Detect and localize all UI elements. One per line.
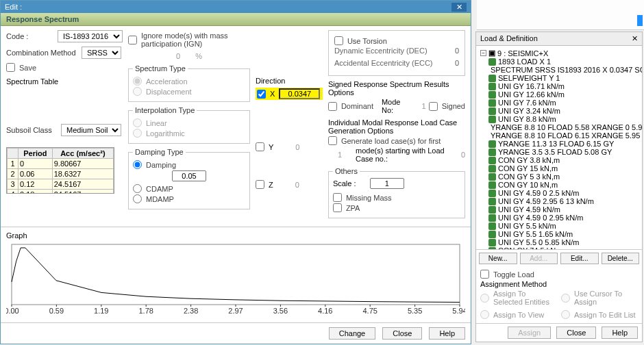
response-spectrum-dialog: Edit : ✕ Response Spectrum Code : IS-189… [0,0,471,344]
blue-tab-icon[interactable] [637,15,643,26]
assign-selected-radio[interactable] [480,294,489,303]
tree-item[interactable]: UNI GY 5.5 kN/m [488,222,641,230]
new-button[interactable]: New... [479,253,517,264]
tree-item[interactable]: 1893 LOAD X 1 [488,58,641,66]
tree-item[interactable]: UNI GY 4.59 0 2.95 kN/m [488,214,641,222]
load-item-icon [488,99,496,107]
tree-item[interactable]: UNI GY 5.5 1.65 kN/m [488,230,641,238]
panel-title: Load & Definition [480,34,538,43]
panel-close-button[interactable]: Close [556,327,596,339]
change-button[interactable]: Change [329,327,376,340]
load-item-icon [488,181,496,189]
tree-item[interactable]: SELFWEIGHT Y 1 [488,74,641,82]
combination-label: Combination Method [6,49,79,57]
tree-item[interactable]: UNI GY 3.24 kN/m [488,107,641,115]
dir-y-check[interactable] [256,142,264,151]
damping-radio[interactable] [133,160,142,169]
cdamp-radio[interactable] [133,184,142,193]
graph-label: Graph [6,231,465,240]
load-item-icon [488,75,496,82]
load-item-icon [488,231,496,238]
load-item-icon [488,198,496,205]
tree-item[interactable]: UNI GY 7.6 kN/m [488,99,641,107]
assign-editlist-radio[interactable] [561,310,570,319]
mdamp-radio[interactable] [133,194,142,203]
add-button[interactable]: Add... [520,253,558,264]
combination-select[interactable]: SRSS [82,47,121,59]
edit-button[interactable]: Edit... [560,253,599,264]
save-label: Save [19,64,36,72]
col-acc: Acc (m/sec²) [52,149,113,159]
linear-radio[interactable] [133,118,142,127]
tree-item[interactable]: UNI GY 8.8 kN/m [488,115,641,123]
assign-view-radio[interactable] [480,310,489,319]
svg-text:5.94: 5.94 [452,307,465,315]
log-radio[interactable] [133,129,142,138]
ignore-label: Ignore mode(s) with mass participation (… [141,31,250,48]
code-select[interactable]: IS-1893 2016 [58,30,123,42]
tree-item[interactable]: UNI GY 5.5 0 5.85 kN/m [488,238,641,246]
load-item-icon [488,83,496,90]
tree-item[interactable]: CON GY 15 kN,m [488,164,641,172]
load-item-icon [488,116,496,123]
tree-item[interactable]: CON GY 3.8 kN,m [488,156,641,164]
disp-radio[interactable] [133,87,142,96]
scale-input[interactable] [370,178,404,189]
load-item-icon [488,58,496,66]
accel-radio[interactable] [133,77,142,86]
toggle-load-check[interactable] [480,270,489,279]
dominant-check[interactable] [328,102,337,111]
use-torsion-check[interactable] [334,36,343,45]
svg-text:0.00: 0.00 [6,307,19,315]
gen-loadcase-check[interactable] [328,136,337,145]
signed-check[interactable] [429,102,438,111]
close-button[interactable]: Close [382,327,422,340]
help-button[interactable]: Help [429,327,465,340]
panel-close-icon[interactable]: ✕ [632,34,638,43]
tree-item[interactable]: YRANGE 11.3 13 FLOAD 6.15 GY [488,140,641,148]
tree-collapse-icon[interactable]: − [480,50,486,56]
dialog-title: Edit : [5,3,22,11]
zpa-check[interactable] [333,203,342,212]
assign-button[interactable]: Assign [508,327,551,339]
load-item-icon [488,91,496,99]
tree-item[interactable]: UNI GY 4.59 0 2.5 kN/m [488,189,641,197]
save-checkbox[interactable] [6,63,15,72]
tree-item[interactable]: UNI GY 12.66 kN/m [488,90,641,99]
damping-type-group: Damping Type Damping CDAMP MDAMP [128,148,250,209]
dir-z-check[interactable] [256,180,264,189]
missing-mass-check[interactable] [333,193,342,202]
dir-x-check[interactable] [257,90,266,99]
load-tree[interactable]: − ▣ 9 : SEISMIC+X 1893 LOAD X 1SPECTRUM … [476,46,642,250]
tree-item[interactable]: YRANGE 8.8 10 FLOAD 5.58 XRANGE 0 5.95 G… [488,123,641,131]
ignore-checkbox[interactable] [128,36,137,44]
spectrum-table[interactable]: PeriodAcc (m/sec²) 109.80667 20.0618.632… [6,147,114,194]
dialog-titlebar: Edit : ✕ [1,1,471,13]
modal-legend: Individual Modal Response Load Case Gene… [328,118,465,135]
tree-item[interactable]: YRANGE 8.8 10 FLOAD 6.15 XRANGE 5.95 46 … [488,131,641,140]
tree-item[interactable]: CON GY 5 3 kN,m [488,172,641,181]
load-definition-panel: Load & Definition ✕ − ▣ 9 : SEISMIC+X 18… [475,31,643,342]
assign-method-label: Assignment Method [480,280,638,288]
load-item-icon [488,239,496,246]
tree-item[interactable]: SPECTRUM SRSS IS1893 2016 X 0.0347 SCALE… [488,66,641,74]
tree-item[interactable]: UNI GY 16.71 kN/m [488,82,641,90]
tree-item[interactable]: CON GY 10 kN,m [488,181,641,189]
dir-x-input[interactable] [279,88,320,99]
svg-rect-0 [12,244,460,305]
load-item-icon [488,165,496,172]
tree-item[interactable]: UNI GY 4.59 2.95 6 13 kN/m [488,197,641,205]
close-icon[interactable]: ✕ [451,3,467,12]
tree-item[interactable]: YRANGE 3.5 3.5 FLOAD 5.08 GY [488,148,641,156]
assign-cursor-radio[interactable] [561,294,570,303]
damping-input[interactable] [172,170,206,181]
svg-text:2.97: 2.97 [228,307,243,315]
delete-button[interactable]: Delete... [602,253,640,264]
subsoil-select[interactable]: Medium Soil [61,124,121,136]
col-period: Period [18,149,53,159]
panel-help-button[interactable]: Help [602,327,638,339]
tree-item[interactable]: UNI GY 4.59 kN/m [488,205,641,214]
svg-text:5.35: 5.35 [408,307,422,315]
direction-legend: Direction [256,77,323,85]
load-item-icon [488,214,496,222]
